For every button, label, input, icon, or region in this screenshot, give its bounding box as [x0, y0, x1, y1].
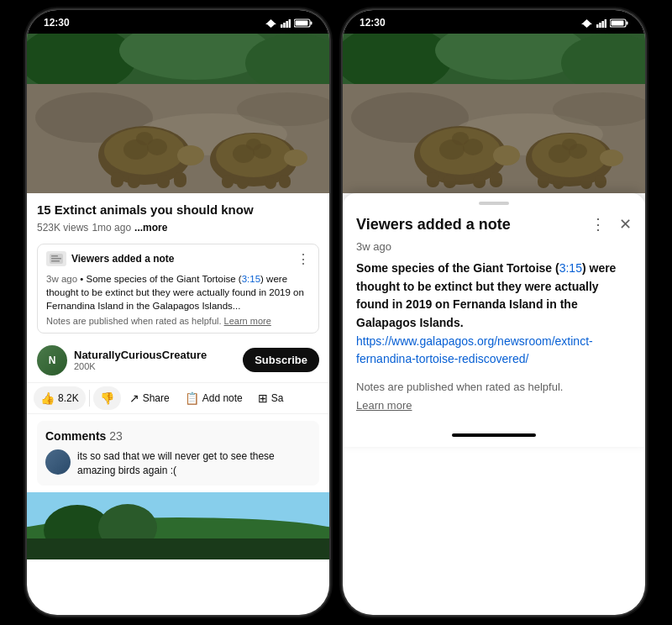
svg-rect-23	[128, 175, 140, 188]
note-card-body: 3w ago • Some species of the Giant Torto…	[46, 272, 310, 312]
svg-point-30	[246, 139, 261, 150]
sheet-bold-start: Some species of the Giant Tortoise (	[356, 261, 559, 275]
phone-2-content: Viewers added a note ⋮ ✕ 3w ago Some spe…	[343, 34, 645, 447]
svg-rect-47	[599, 23, 601, 28]
thumbnail-svg-2	[343, 34, 645, 193]
sheet-body: 3w ago Some species of the Giant Tortois…	[343, 240, 645, 427]
sheet-title: Viewers added a note	[356, 216, 511, 234]
sheet-time-link[interactable]: 3:15	[559, 261, 582, 275]
like-icon: 👍	[40, 391, 55, 405]
save-icon: ⊞	[258, 391, 268, 405]
note-timestamp: 3w ago	[46, 274, 77, 284]
wifi-icon	[265, 18, 277, 28]
share-icon: ↗	[129, 391, 139, 405]
share-label: Share	[143, 392, 170, 404]
note-title-row: Viewers added a note	[46, 251, 175, 266]
second-video-svg	[27, 492, 329, 559]
svg-rect-79	[580, 177, 592, 189]
add-note-button[interactable]: 📋 Add note	[178, 386, 249, 410]
channel-avatar[interactable]: N	[37, 345, 67, 376]
note-card-title: Viewers added a note	[71, 253, 175, 265]
svg-rect-39	[51, 260, 60, 262]
svg-point-21	[177, 145, 204, 165]
sheet-footer: Notes are published when rated as helpfu…	[356, 379, 632, 413]
note-learn-more[interactable]: Learn more	[224, 316, 271, 326]
svg-point-31	[284, 150, 307, 166]
save-label: Sa	[271, 392, 284, 404]
svg-rect-6	[311, 21, 312, 24]
home-indicator	[452, 433, 536, 437]
note-time-link[interactable]: 3:15	[242, 274, 260, 284]
sheet-url[interactable]: https://www.galapagos.org/newsroom/extin…	[356, 334, 593, 366]
channel-info: NaturallyCuriousCreature 200K	[74, 349, 236, 371]
status-bar-1: 12:30	[27, 10, 329, 34]
sheet-header: Viewers added a note ⋮ ✕	[343, 205, 645, 240]
svg-rect-37	[51, 255, 58, 257]
like-button[interactable]: 👍 8.2K	[34, 386, 86, 410]
sheet-learn-more[interactable]: Learn more	[356, 397, 632, 414]
sheet-reference-link[interactable]: https://www.galapagos.org/newsroom/extin…	[356, 334, 593, 366]
svg-rect-1	[281, 24, 283, 28]
sheet-header-icons: ⋮ ✕	[591, 215, 632, 234]
status-icons-1	[265, 18, 312, 28]
svg-rect-22	[111, 172, 123, 187]
bottom-sheet: Viewers added a note ⋮ ✕ 3w ago Some spe…	[343, 193, 645, 447]
svg-rect-69	[473, 175, 486, 188]
phone-1-content: 15 Extinct animals you should know 523K …	[27, 34, 329, 559]
phone-2: 12:30	[343, 10, 645, 615]
svg-rect-70	[490, 172, 502, 187]
note-card-icon	[46, 251, 66, 266]
commenter-avatar	[45, 449, 71, 475]
svg-point-20	[136, 132, 153, 145]
note-more-button[interactable]: ⋮	[297, 251, 310, 267]
svg-rect-46	[596, 24, 599, 28]
svg-point-65	[452, 132, 469, 145]
svg-rect-32	[222, 175, 234, 188]
svg-rect-24	[157, 175, 170, 188]
more-link[interactable]: ...more	[134, 222, 167, 234]
svg-rect-68	[444, 175, 456, 188]
channel-name[interactable]: NaturallyCuriousCreature	[74, 349, 236, 361]
dislike-icon: 👎	[100, 391, 114, 405]
subscribe-button[interactable]: Subscribe	[243, 348, 319, 372]
svg-point-66	[493, 145, 520, 165]
comments-count: 23	[109, 429, 123, 443]
svg-point-76	[600, 150, 623, 166]
wifi-icon-2	[580, 18, 593, 28]
video-meta: 523K views 1mo ago ...more	[37, 222, 319, 234]
svg-rect-35	[279, 175, 291, 188]
video-thumbnail-2[interactable]	[343, 34, 645, 193]
view-count: 523K views	[37, 222, 88, 234]
note-dot: •	[80, 274, 86, 284]
sheet-more-button[interactable]: ⋮	[591, 215, 606, 234]
time-2: 12:30	[360, 17, 386, 29]
note-body-start: Some species of the Giant Tortoise (	[87, 274, 242, 284]
note-footer: Notes are published when rated as helpfu…	[46, 316, 310, 326]
svg-rect-49	[605, 19, 606, 28]
thumbnail-svg	[27, 34, 329, 193]
time-1: 12:30	[44, 17, 70, 29]
thumbnail-overlay	[27, 34, 329, 193]
comment-row-1: its so sad that we will never get to see…	[45, 449, 311, 478]
svg-rect-44	[27, 538, 329, 559]
save-button[interactable]: ⊞ Sa	[251, 386, 291, 410]
status-icons-2	[580, 18, 628, 28]
phone-1: 12:30	[27, 10, 329, 615]
signal-icon	[281, 18, 291, 28]
viewers-note-icon	[50, 254, 63, 264]
svg-rect-77	[538, 175, 549, 188]
video-title: 15 Extinct animals you should know	[37, 202, 319, 218]
dislike-button[interactable]: 👎	[93, 386, 121, 410]
second-video-thumbnail[interactable]	[27, 492, 329, 559]
svg-rect-25	[174, 172, 186, 187]
sheet-close-button[interactable]: ✕	[619, 215, 632, 234]
video-info: 15 Extinct animals you should know 523K …	[27, 193, 329, 239]
video-thumbnail-1[interactable]	[27, 34, 329, 193]
share-button[interactable]: ↗ Share	[123, 386, 176, 410]
svg-marker-0	[265, 19, 276, 28]
action-bar: 👍 8.2K 👎 ↗ Share 📋 Add note ⊞ Sa	[27, 382, 329, 414]
note-card: Viewers added a note ⋮ 3w ago • Some spe…	[37, 244, 319, 334]
svg-point-75	[562, 139, 577, 150]
battery-icon	[294, 18, 312, 28]
svg-rect-78	[553, 177, 564, 189]
